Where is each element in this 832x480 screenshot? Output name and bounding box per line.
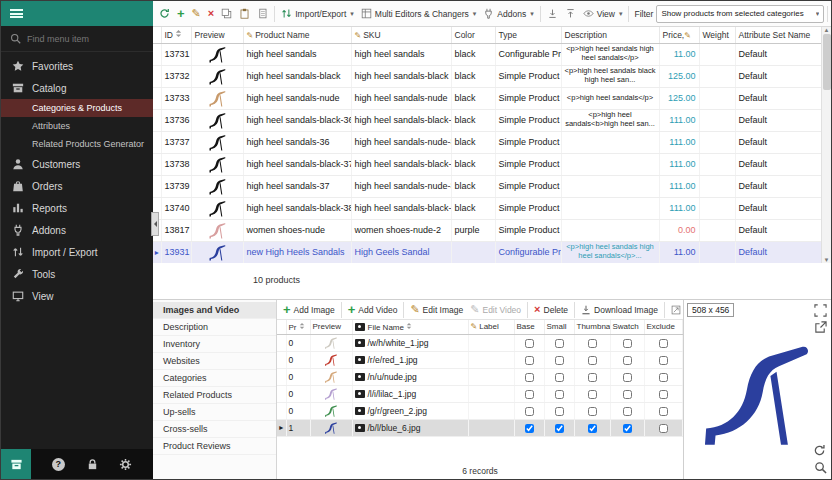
sidebar-collapse-handle[interactable] <box>151 212 159 236</box>
column-header-color[interactable]: Color <box>451 27 495 43</box>
delete-image-button[interactable]: ×Delete <box>531 303 571 316</box>
hamburger-menu-icon[interactable] <box>10 9 23 18</box>
media-row[interactable]: 0 /n/u/nude.jpg <box>277 368 683 385</box>
edit-video-button[interactable]: ✎Edit Video <box>467 303 524 316</box>
multi-editors-menu[interactable]: Multi Editors & Changers▾ <box>358 6 480 21</box>
column-header-label[interactable]: ✎Label <box>468 320 514 334</box>
base-checkbox[interactable] <box>525 390 534 399</box>
row-expander[interactable]: ▸ <box>155 248 159 257</box>
swatch-checkbox[interactable] <box>623 407 632 416</box>
delete-product-button[interactable]: × <box>205 6 217 21</box>
media-row[interactable]: 0 /w/h/white_1.jpg <box>277 334 683 351</box>
open-external-icon[interactable] <box>814 321 827 334</box>
product-row[interactable]: 13740 high heel sandals-black-38 high he… <box>153 197 821 219</box>
product-row[interactable]: 13732 high heel sandals-black high heel … <box>153 65 821 87</box>
column-header-file-name[interactable]: File Name <box>352 320 468 334</box>
exclude-checkbox[interactable] <box>659 390 668 399</box>
zoom-icon[interactable] <box>814 461 827 474</box>
add-image-button[interactable]: +Add Image <box>280 302 338 317</box>
product-row[interactable]: 13737 high heel sandals-36 high heel san… <box>153 131 821 153</box>
sidebar-item-attributes[interactable]: Attributes <box>1 117 153 135</box>
swatch-checkbox[interactable] <box>623 356 632 365</box>
detail-tab[interactable]: Cross-sells <box>153 421 276 438</box>
exclude-checkbox[interactable] <box>659 356 668 365</box>
sidebar-item-tools[interactable]: Tools <box>1 263 153 285</box>
column-header-sku[interactable]: ✎SKU <box>351 27 451 43</box>
menu-search-input[interactable] <box>27 34 135 44</box>
edit-product-button[interactable]: ✎ <box>189 6 204 21</box>
base-checkbox[interactable] <box>525 424 534 433</box>
duplicate-button[interactable] <box>254 6 271 21</box>
addons-menu[interactable]: Addons▾ <box>480 6 536 21</box>
media-row[interactable]: ▸ 1 /b/l/blue_6.jpg <box>277 419 683 436</box>
thumbnail-checkbox[interactable] <box>588 339 597 348</box>
column-header-preview[interactable]: Preview <box>191 27 243 43</box>
edit-image-button[interactable]: ✎Edit Image <box>407 303 466 316</box>
exclude-checkbox[interactable] <box>659 407 668 416</box>
base-checkbox[interactable] <box>525 356 534 365</box>
detail-tab[interactable]: Up-sells <box>153 404 276 421</box>
set-resize-rule-button[interactable]: Set Resize Rule▾ <box>668 304 683 316</box>
product-row[interactable]: 13733 high heel sandals-nude high heel s… <box>153 87 821 109</box>
small-checkbox[interactable] <box>555 373 564 382</box>
small-checkbox[interactable] <box>555 407 564 416</box>
column-header-priority[interactable]: Pr <box>286 320 310 334</box>
column-header-id[interactable]: ID <box>161 27 191 43</box>
detail-tab[interactable]: Inventory <box>153 336 276 353</box>
product-row[interactable]: 13731 high heel sandals high heel sandal… <box>153 43 821 65</box>
small-checkbox[interactable] <box>555 424 564 433</box>
base-checkbox[interactable] <box>525 407 534 416</box>
sidebar-item-categories-products[interactable]: Categories & Products <box>1 99 153 117</box>
column-header-description[interactable]: Description <box>561 27 659 43</box>
column-header-attribute-set[interactable]: Attribute Set Name <box>735 27 821 43</box>
small-checkbox[interactable] <box>555 390 564 399</box>
add-video-button[interactable]: +Add Video <box>345 302 401 317</box>
product-row[interactable]: 13739 high heel sandals-37 high heel san… <box>153 175 821 197</box>
collapse-rows-button[interactable] <box>562 6 579 21</box>
detail-tab[interactable]: Description <box>153 319 276 336</box>
scrollbar-thumb[interactable] <box>823 34 831 90</box>
product-row[interactable]: 13736 high heel sandals-black-36 high he… <box>153 109 821 131</box>
media-row[interactable]: 0 /l/i/lilac_1.jpg <box>277 385 683 402</box>
scroll-up-arrow[interactable]: ▲ <box>824 27 830 33</box>
small-checkbox[interactable] <box>555 356 564 365</box>
column-header-thumbnail[interactable]: Thumbna <box>574 320 610 334</box>
grid-scrollbar[interactable]: ▲ ▼ <box>821 27 831 263</box>
import-export-menu[interactable]: Import/Export▾ <box>278 6 357 21</box>
paste-button[interactable] <box>236 6 253 21</box>
column-header-swatch[interactable]: Swatch <box>610 320 644 334</box>
column-header-exclude[interactable]: Exclude <box>644 320 683 334</box>
add-product-button[interactable]: + <box>174 5 188 22</box>
detail-tab[interactable]: Images and Video <box>153 302 276 319</box>
thumbnail-checkbox[interactable] <box>588 407 597 416</box>
sidebar-item-import-export[interactable]: Import / Export <box>1 241 153 263</box>
fullscreen-icon[interactable] <box>814 304 827 317</box>
swatch-checkbox[interactable] <box>623 424 632 433</box>
swatch-checkbox[interactable] <box>623 373 632 382</box>
column-header-weight[interactable]: Weight <box>699 27 735 43</box>
thumbnail-checkbox[interactable] <box>588 390 597 399</box>
exclude-checkbox[interactable] <box>659 424 668 433</box>
column-header-price[interactable]: Price,✎ <box>659 27 699 43</box>
swatch-checkbox[interactable] <box>623 339 632 348</box>
product-row[interactable]: 13738 high heel sandals-black-37 high he… <box>153 153 821 175</box>
scroll-down-arrow[interactable]: ▼ <box>824 257 830 263</box>
small-checkbox[interactable] <box>555 339 564 348</box>
expand-rows-button[interactable] <box>544 6 561 21</box>
exclude-checkbox[interactable] <box>659 339 668 348</box>
sidebar-item-addons[interactable]: Addons <box>1 219 153 241</box>
column-header-small[interactable]: Small <box>544 320 574 334</box>
column-header-base[interactable]: Base <box>514 320 544 334</box>
thumbnail-checkbox[interactable] <box>588 373 597 382</box>
refresh-button[interactable] <box>156 6 173 21</box>
column-header-product-name[interactable]: ✎Product Name <box>243 27 351 43</box>
swatch-checkbox[interactable] <box>623 390 632 399</box>
product-row[interactable]: ▸ 13931 new High Heels Sandals High Geel… <box>153 241 821 263</box>
media-row[interactable]: 0 /g/r/green_2.jpg <box>277 402 683 419</box>
detail-tab[interactable]: Websites <box>153 353 276 370</box>
download-image-button[interactable]: Download Image <box>578 304 661 316</box>
base-checkbox[interactable] <box>525 339 534 348</box>
copy-button[interactable] <box>218 6 235 21</box>
sidebar-item-customers[interactable]: Customers <box>1 153 153 175</box>
store-logo-icon[interactable] <box>1 449 31 479</box>
